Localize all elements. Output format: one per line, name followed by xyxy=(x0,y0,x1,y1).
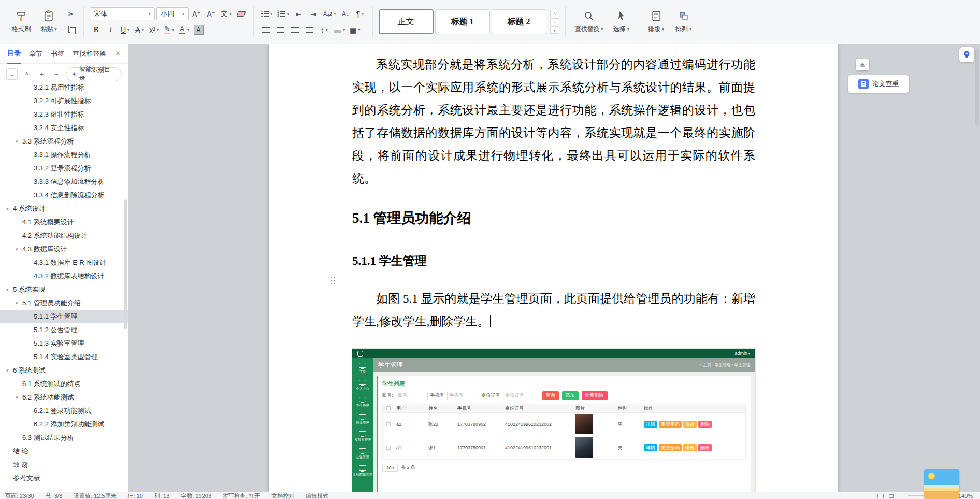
paste-button[interactable]: 粘贴 xyxy=(36,8,62,36)
body-paragraph[interactable]: 系统实现部分就是将系统分析，系统设计部分的内容通过编码进行功能实现，以一个实际应… xyxy=(352,53,755,190)
toc-item[interactable]: 3.3.3 信息添加流程分析 xyxy=(0,175,128,189)
paragraph-drag-handle[interactable] xyxy=(330,276,336,285)
toc-collapse-icon[interactable]: ▾ xyxy=(6,287,13,292)
bullets-button[interactable] xyxy=(260,7,274,20)
body-paragraph[interactable]: 如图 5.1 显示的就是学生管理页面，此页面提供给管理员的功能有：新增学生,修改… xyxy=(352,288,755,333)
bold-button[interactable]: B xyxy=(90,23,103,36)
close-panel-button[interactable]: ✕ xyxy=(115,50,121,58)
style-heading1[interactable]: 标题 1 xyxy=(435,9,490,34)
font-family-select[interactable]: 宋体 xyxy=(90,7,155,20)
tab-find-replace[interactable]: 查找和替换 xyxy=(73,45,106,63)
toc-item[interactable]: 6.1 系统测试的特点 xyxy=(0,377,128,391)
shading-button[interactable] xyxy=(332,23,347,36)
typeset-button[interactable]: 排版 xyxy=(643,8,669,36)
char-shading-button[interactable]: A xyxy=(192,23,205,36)
increase-indent-button[interactable]: ⇥ xyxy=(307,7,320,20)
toc-item[interactable]: 3.2.2 可扩展性指标 xyxy=(0,94,128,108)
select-button[interactable]: 选择 xyxy=(609,8,635,36)
status-item[interactable]: 设置值: 12.5厘米 xyxy=(74,493,117,499)
toc-item[interactable]: 3.3.1 操作流程分析 xyxy=(0,148,128,162)
toc-collapse-all-button[interactable]: ˄ xyxy=(21,68,33,80)
zoom-level[interactable]: 140% xyxy=(958,493,975,499)
toc-item[interactable]: 6.3 测试结果分析 xyxy=(0,431,128,445)
highlight-color-button[interactable]: ✎ xyxy=(162,23,176,36)
smart-toc-button[interactable]: ✦ 智能识别目录 xyxy=(66,67,122,81)
toc-collapse-icon[interactable]: ▾ xyxy=(16,247,22,252)
clear-format-button[interactable] xyxy=(235,7,248,20)
status-item[interactable]: 行: 10 xyxy=(128,493,143,499)
toc-collapse-level-button[interactable]: － xyxy=(51,68,62,80)
align-left-button[interactable] xyxy=(260,23,272,36)
styles-down-button[interactable]: ⌄ xyxy=(550,18,559,25)
tab-chapters[interactable]: 章节 xyxy=(29,45,42,63)
strikethrough-button[interactable]: A xyxy=(133,23,146,36)
line-spacing-button[interactable]: ↕ xyxy=(318,23,330,36)
copy-button[interactable] xyxy=(65,23,78,36)
align-right-button[interactable] xyxy=(289,23,301,36)
wallpaper-widget[interactable] xyxy=(924,469,959,499)
toc-item[interactable]: ▾6.2 系统功能测试 xyxy=(0,391,128,404)
toc-item[interactable]: 6.2.1 登录功能测试 xyxy=(0,404,128,418)
zoom-out-button[interactable]: － xyxy=(898,493,904,499)
page-view-icon[interactable] xyxy=(888,494,894,498)
font-size-select[interactable]: 小四 xyxy=(156,7,189,20)
status-item[interactable]: 节: 3/3 xyxy=(46,493,62,499)
sort-button[interactable]: A↓ xyxy=(339,7,352,20)
toc-item[interactable]: 5.1.3 实验室管理 xyxy=(0,337,128,350)
toc-item[interactable]: ▾5.1 管理员功能介绍 xyxy=(0,296,128,310)
toc-item[interactable]: 4.1 系统概要设计 xyxy=(0,216,128,229)
status-item[interactable]: 字数: 19203 xyxy=(181,493,211,499)
tab-bookmarks[interactable]: 书签 xyxy=(51,45,64,63)
toc-item[interactable]: ▾4 系统设计 xyxy=(0,202,128,216)
toc-collapse-icon[interactable]: ▾ xyxy=(6,206,13,211)
style-normal[interactable]: 正文 xyxy=(379,9,434,34)
status-item[interactable]: 页面: 23/30 xyxy=(5,493,34,499)
toc-item[interactable]: 5.1.2 公告管理 xyxy=(0,323,128,337)
toc-item[interactable]: ▾5 系统实现 xyxy=(0,283,128,296)
toc-collapse-icon[interactable]: ▾ xyxy=(16,395,22,400)
toc-item[interactable]: 3.2.3 健壮性指标 xyxy=(0,108,128,121)
toc-item[interactable]: 3.2.4 安全性指标 xyxy=(0,121,128,135)
document-scrollbar[interactable] xyxy=(975,47,979,489)
toc-item[interactable]: 3.2.1 易用性指标 xyxy=(0,81,128,94)
styles-up-button[interactable]: ˄ xyxy=(550,10,559,17)
toc-expand-level-button[interactable]: ＋ xyxy=(36,68,48,80)
embedded-screenshot[interactable]: admin 主页个人中心学生管理设备管理实验室管理公告管理基础数据管理 学生管理… xyxy=(352,349,755,499)
status-item[interactable]: 文档校对 xyxy=(271,493,294,499)
status-item[interactable]: 列: 13 xyxy=(154,493,169,499)
toc-item[interactable]: ▾6 系统测试 xyxy=(0,364,128,377)
toc-item[interactable]: 5.1.4 实验室类型管理 xyxy=(0,350,128,364)
toc-item[interactable]: 致 谢 xyxy=(0,458,128,472)
format-painter-button[interactable]: 格式刷 xyxy=(8,8,34,36)
toc-options-button[interactable]: ⌄ xyxy=(6,68,18,80)
char-scale-button[interactable]: A⇄ xyxy=(321,7,337,20)
collapse-rail-button[interactable] xyxy=(856,59,869,70)
toc-item[interactable]: ▾4.3 数据库设计 xyxy=(0,243,128,256)
tab-toc[interactable]: 目录 xyxy=(7,44,21,64)
document-page[interactable]: 系统实现部分就是将系统分析，系统设计部分的内容通过编码进行功能实现，以一个实际应… xyxy=(269,44,838,492)
toc-scrollbar[interactable] xyxy=(124,199,127,329)
text-effects-button[interactable]: 文 xyxy=(219,7,233,20)
superscript-button[interactable]: x² xyxy=(148,23,161,36)
decrease-indent-button[interactable]: ⇤ xyxy=(292,7,305,20)
find-replace-button[interactable]: 查找替换 xyxy=(571,8,607,36)
show-marks-button[interactable]: ¶ xyxy=(354,7,367,20)
toc-item[interactable]: 6.2.2 添加类别功能测试 xyxy=(0,418,128,431)
align-center-button[interactable] xyxy=(274,23,287,36)
toc-item[interactable]: 4.3.1 数据库 E-R 图设计 xyxy=(0,256,128,269)
toc-item[interactable]: ▾3.3 系统流程分析 xyxy=(0,135,128,148)
location-pin-button[interactable] xyxy=(959,47,974,62)
status-item[interactable]: 拼写检查: 打开 xyxy=(223,493,260,499)
numbering-button[interactable]: 123 xyxy=(276,7,291,20)
subsection-heading[interactable]: 5.1.1 学生管理 xyxy=(352,252,755,270)
toc-item[interactable]: 结 论 xyxy=(0,445,128,458)
font-color-button[interactable]: A xyxy=(177,23,191,36)
paper-check-button[interactable]: 论文查重 xyxy=(848,75,909,93)
toc-item[interactable]: 4.2 系统功能结构设计 xyxy=(0,229,128,243)
toc-item[interactable]: 3.3.2 登录流程分析 xyxy=(0,162,128,175)
grow-font-button[interactable]: A⁺ xyxy=(190,7,203,20)
toc-item[interactable]: 参考文献 xyxy=(0,472,128,485)
styles-more-button[interactable]: ▾ xyxy=(550,26,559,34)
toc-item[interactable]: 3.3.4 信息删除流程分析 xyxy=(0,189,128,202)
style-heading2[interactable]: 标题 2 xyxy=(492,9,546,34)
